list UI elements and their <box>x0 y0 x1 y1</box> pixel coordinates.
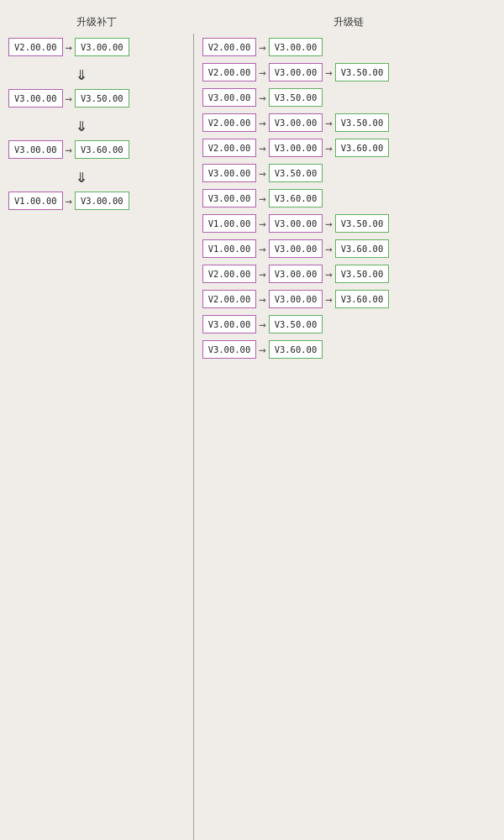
arrow-right-icon: → <box>259 166 265 180</box>
version-box: V3.00.00 <box>269 239 323 258</box>
arrow-right-icon: → <box>325 141 332 155</box>
version-box: V3.50.00 <box>335 265 390 283</box>
version-box: V3.00.00 <box>269 113 323 132</box>
chain-row: V2.00.00→V3.00.00→V3.50.00 <box>202 265 390 283</box>
version-box: V3.00.00 <box>75 38 129 56</box>
version-box: V3.50.00 <box>269 315 323 333</box>
arrow-right-icon: → <box>259 66 265 79</box>
chain-row: V1.00.00→V3.00.00→V3.50.00 <box>202 214 390 233</box>
chain-row: V3.00.00→V3.50.00 <box>202 315 390 333</box>
page: 升级补丁 V2.00.00→V3.00.00⇓V3.00.00→V3.50.00… <box>0 0 504 840</box>
version-box: V3.00.00 <box>269 290 323 308</box>
version-box: V1.00.00 <box>202 214 257 233</box>
version-box: V3.00.00 <box>202 164 257 182</box>
arrow-right-icon: → <box>325 66 332 79</box>
chain-group: V3.00.00→V3.60.00 <box>202 189 390 207</box>
chain-row: V2.00.00→V3.00.00 <box>8 38 129 56</box>
arrow-right-icon: → <box>259 116 265 129</box>
version-box: V2.00.00 <box>8 38 63 56</box>
version-box: V3.60.00 <box>269 340 323 359</box>
version-box: V3.50.00 <box>269 164 323 182</box>
version-box: V3.60.00 <box>269 189 323 207</box>
arrow-right-icon: → <box>259 91 265 104</box>
chain-row: V1.00.00→V3.00.00 <box>8 192 129 210</box>
patch-group: V1.00.00→V3.00.00 <box>8 192 129 210</box>
arrow-right-icon: → <box>66 194 72 207</box>
version-box: V3.00.00 <box>75 192 129 210</box>
chain-group: V2.00.00→V3.00.00→V3.50.00 <box>202 63 390 81</box>
arrow-right-icon: → <box>259 242 265 255</box>
arrow-right-icon: → <box>259 192 265 205</box>
version-box: V3.00.00 <box>269 63 323 81</box>
chain-group: V3.00.00→V3.50.00 <box>202 88 390 107</box>
chain-row: V2.00.00→V3.00.00 <box>202 38 390 56</box>
arrow-right-icon: → <box>325 217 332 230</box>
version-box: V2.00.00 <box>202 113 257 132</box>
chain-row: V1.00.00→V3.00.00→V3.60.00 <box>202 239 390 258</box>
version-box: V3.50.00 <box>75 89 129 108</box>
arrow-right-icon: → <box>259 292 265 306</box>
version-box: V2.00.00 <box>202 38 257 56</box>
chain-row: V3.00.00→V3.60.00 <box>8 140 129 159</box>
left-panel: 升级补丁 V2.00.00→V3.00.00⇓V3.00.00→V3.50.00… <box>0 8 193 840</box>
right-title: 升级链 <box>202 15 496 29</box>
chain-group: V2.00.00→V3.00.00→V3.50.00 <box>202 265 390 283</box>
chain-group: V2.00.00→V3.00.00→V3.60.00 <box>202 139 390 157</box>
chain-row: V2.00.00→V3.00.00→V3.50.00 <box>202 63 390 81</box>
version-box: V3.60.00 <box>335 239 390 258</box>
version-box: V2.00.00 <box>202 139 257 157</box>
chain-group: V3.00.00→V3.50.00 <box>202 315 390 333</box>
arrow-right-icon: → <box>259 40 265 54</box>
version-box: V2.00.00 <box>202 63 257 81</box>
left-title: 升级补丁 <box>8 15 185 29</box>
chain-group: V3.00.00→V3.50.00 <box>202 164 390 182</box>
version-box: V3.00.00 <box>202 88 257 107</box>
chain-row: V3.00.00→V3.60.00 <box>202 189 390 207</box>
version-box: V2.00.00 <box>202 265 257 283</box>
arrow-right-icon: → <box>259 318 265 331</box>
version-box: V3.00.00 <box>269 265 323 283</box>
arrow-right-icon: → <box>325 267 332 281</box>
arrow-right-icon: → <box>66 143 72 156</box>
arrow-down-icon: ⇓ <box>34 165 129 186</box>
chain-group: V1.00.00→V3.00.00→V3.60.00 <box>202 239 390 258</box>
version-box: V3.00.00 <box>202 340 257 359</box>
arrow-right-icon: → <box>259 141 265 155</box>
patch-group: V2.00.00→V3.00.00 <box>8 38 129 56</box>
version-box: V3.50.00 <box>335 63 390 81</box>
chain-row: V3.00.00→V3.50.00 <box>202 164 390 182</box>
version-box: V3.00.00 <box>202 315 257 333</box>
version-box: V3.60.00 <box>335 290 390 308</box>
version-box: V3.60.00 <box>335 139 390 157</box>
chain-group: V1.00.00→V3.00.00→V3.50.00 <box>202 214 390 233</box>
arrow-down-icon: ⇓ <box>34 114 129 135</box>
chain-row: V3.00.00→V3.50.00 <box>202 88 390 107</box>
patch-group: V3.00.00→V3.60.00 <box>8 140 129 159</box>
version-box: V3.00.00 <box>269 38 323 56</box>
chain-group: V2.00.00→V3.00.00 <box>202 38 390 56</box>
version-box: V3.50.00 <box>269 88 323 107</box>
right-panel: 升级链 V2.00.00→V3.00.00V2.00.00→V3.00.00→V… <box>194 8 504 840</box>
arrow-right-icon: → <box>325 242 332 255</box>
version-box: V2.00.00 <box>202 290 257 308</box>
version-box: V3.00.00 <box>269 214 323 233</box>
arrow-right-icon: → <box>259 343 265 356</box>
chain-row: V2.00.00→V3.00.00→V3.60.00 <box>202 139 390 157</box>
arrow-right-icon: → <box>66 92 72 105</box>
version-box: V3.60.00 <box>75 140 129 159</box>
patch-group: V3.00.00→V3.50.00 <box>8 89 129 108</box>
arrow-right-icon: → <box>259 267 265 281</box>
chain-row: V3.00.00→V3.50.00 <box>8 89 129 108</box>
chain-row: V2.00.00→V3.00.00→V3.60.00 <box>202 290 390 308</box>
right-content: V2.00.00→V3.00.00V2.00.00→V3.00.00→V3.50… <box>202 38 390 365</box>
version-box: V3.00.00 <box>269 139 323 157</box>
version-box: V1.00.00 <box>202 239 257 258</box>
version-box: V1.00.00 <box>8 192 63 210</box>
arrow-right-icon: → <box>66 40 72 54</box>
chain-row: V3.00.00→V3.60.00 <box>202 340 390 359</box>
left-content: V2.00.00→V3.00.00⇓V3.00.00→V3.50.00⇓V3.0… <box>8 38 129 217</box>
chain-group: V2.00.00→V3.00.00→V3.60.00 <box>202 290 390 308</box>
arrow-down-icon: ⇓ <box>34 63 129 84</box>
arrow-right-icon: → <box>259 217 265 230</box>
version-box: V3.00.00 <box>8 89 63 108</box>
